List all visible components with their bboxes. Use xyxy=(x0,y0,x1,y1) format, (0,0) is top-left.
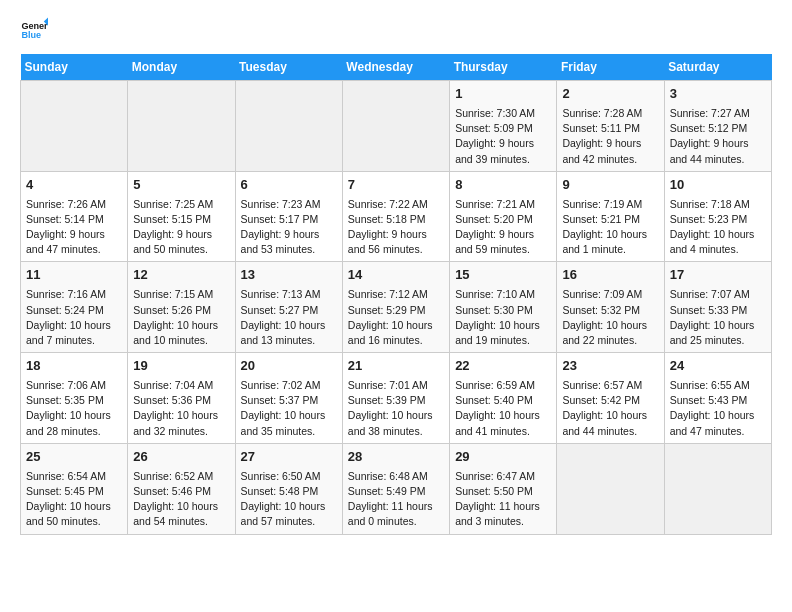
day-info: Sunrise: 7:09 AM Sunset: 5:32 PM Dayligh… xyxy=(562,287,658,348)
calendar-cell: 7Sunrise: 7:22 AM Sunset: 5:18 PM Daylig… xyxy=(342,171,449,262)
calendar-cell xyxy=(664,443,771,534)
day-number: 3 xyxy=(670,85,766,104)
header-thursday: Thursday xyxy=(450,54,557,81)
day-number: 2 xyxy=(562,85,658,104)
day-number: 27 xyxy=(241,448,337,467)
calendar-cell: 9Sunrise: 7:19 AM Sunset: 5:21 PM Daylig… xyxy=(557,171,664,262)
day-number: 20 xyxy=(241,357,337,376)
calendar-cell: 16Sunrise: 7:09 AM Sunset: 5:32 PM Dayli… xyxy=(557,262,664,353)
day-info: Sunrise: 7:28 AM Sunset: 5:11 PM Dayligh… xyxy=(562,106,658,167)
day-number: 13 xyxy=(241,266,337,285)
day-number: 8 xyxy=(455,176,551,195)
day-number: 17 xyxy=(670,266,766,285)
day-info: Sunrise: 6:50 AM Sunset: 5:48 PM Dayligh… xyxy=(241,469,337,530)
day-info: Sunrise: 7:12 AM Sunset: 5:29 PM Dayligh… xyxy=(348,287,444,348)
logo: General Blue xyxy=(20,16,52,44)
day-info: Sunrise: 6:55 AM Sunset: 5:43 PM Dayligh… xyxy=(670,378,766,439)
day-number: 11 xyxy=(26,266,122,285)
page-header: General Blue xyxy=(20,16,772,44)
day-info: Sunrise: 7:07 AM Sunset: 5:33 PM Dayligh… xyxy=(670,287,766,348)
day-number: 26 xyxy=(133,448,229,467)
day-info: Sunrise: 6:57 AM Sunset: 5:42 PM Dayligh… xyxy=(562,378,658,439)
day-info: Sunrise: 7:02 AM Sunset: 5:37 PM Dayligh… xyxy=(241,378,337,439)
day-info: Sunrise: 7:16 AM Sunset: 5:24 PM Dayligh… xyxy=(26,287,122,348)
day-number: 9 xyxy=(562,176,658,195)
day-info: Sunrise: 7:19 AM Sunset: 5:21 PM Dayligh… xyxy=(562,197,658,258)
calendar-cell: 2Sunrise: 7:28 AM Sunset: 5:11 PM Daylig… xyxy=(557,81,664,172)
calendar-cell: 11Sunrise: 7:16 AM Sunset: 5:24 PM Dayli… xyxy=(21,262,128,353)
calendar-cell xyxy=(21,81,128,172)
calendar-cell xyxy=(342,81,449,172)
day-number: 10 xyxy=(670,176,766,195)
header-wednesday: Wednesday xyxy=(342,54,449,81)
calendar-cell: 1Sunrise: 7:30 AM Sunset: 5:09 PM Daylig… xyxy=(450,81,557,172)
header-friday: Friday xyxy=(557,54,664,81)
calendar-cell: 20Sunrise: 7:02 AM Sunset: 5:37 PM Dayli… xyxy=(235,353,342,444)
day-info: Sunrise: 7:22 AM Sunset: 5:18 PM Dayligh… xyxy=(348,197,444,258)
header-tuesday: Tuesday xyxy=(235,54,342,81)
calendar-cell: 24Sunrise: 6:55 AM Sunset: 5:43 PM Dayli… xyxy=(664,353,771,444)
calendar-cell: 26Sunrise: 6:52 AM Sunset: 5:46 PM Dayli… xyxy=(128,443,235,534)
logo-icon: General Blue xyxy=(20,16,48,44)
day-info: Sunrise: 7:13 AM Sunset: 5:27 PM Dayligh… xyxy=(241,287,337,348)
calendar-week-row: 1Sunrise: 7:30 AM Sunset: 5:09 PM Daylig… xyxy=(21,81,772,172)
day-info: Sunrise: 7:01 AM Sunset: 5:39 PM Dayligh… xyxy=(348,378,444,439)
calendar-cell: 28Sunrise: 6:48 AM Sunset: 5:49 PM Dayli… xyxy=(342,443,449,534)
calendar-week-row: 4Sunrise: 7:26 AM Sunset: 5:14 PM Daylig… xyxy=(21,171,772,262)
day-number: 15 xyxy=(455,266,551,285)
calendar-cell xyxy=(557,443,664,534)
day-number: 25 xyxy=(26,448,122,467)
day-number: 21 xyxy=(348,357,444,376)
day-info: Sunrise: 6:47 AM Sunset: 5:50 PM Dayligh… xyxy=(455,469,551,530)
day-number: 12 xyxy=(133,266,229,285)
svg-text:Blue: Blue xyxy=(21,30,41,40)
header-saturday: Saturday xyxy=(664,54,771,81)
day-info: Sunrise: 7:30 AM Sunset: 5:09 PM Dayligh… xyxy=(455,106,551,167)
calendar-week-row: 11Sunrise: 7:16 AM Sunset: 5:24 PM Dayli… xyxy=(21,262,772,353)
calendar-cell xyxy=(128,81,235,172)
day-number: 28 xyxy=(348,448,444,467)
day-info: Sunrise: 6:48 AM Sunset: 5:49 PM Dayligh… xyxy=(348,469,444,530)
calendar-cell: 5Sunrise: 7:25 AM Sunset: 5:15 PM Daylig… xyxy=(128,171,235,262)
day-info: Sunrise: 7:25 AM Sunset: 5:15 PM Dayligh… xyxy=(133,197,229,258)
day-info: Sunrise: 7:06 AM Sunset: 5:35 PM Dayligh… xyxy=(26,378,122,439)
day-info: Sunrise: 7:27 AM Sunset: 5:12 PM Dayligh… xyxy=(670,106,766,167)
day-number: 29 xyxy=(455,448,551,467)
calendar-cell: 29Sunrise: 6:47 AM Sunset: 5:50 PM Dayli… xyxy=(450,443,557,534)
day-info: Sunrise: 6:52 AM Sunset: 5:46 PM Dayligh… xyxy=(133,469,229,530)
calendar-table: SundayMondayTuesdayWednesdayThursdayFrid… xyxy=(20,54,772,535)
calendar-cell: 18Sunrise: 7:06 AM Sunset: 5:35 PM Dayli… xyxy=(21,353,128,444)
day-info: Sunrise: 7:18 AM Sunset: 5:23 PM Dayligh… xyxy=(670,197,766,258)
calendar-cell: 8Sunrise: 7:21 AM Sunset: 5:20 PM Daylig… xyxy=(450,171,557,262)
calendar-cell: 13Sunrise: 7:13 AM Sunset: 5:27 PM Dayli… xyxy=(235,262,342,353)
day-info: Sunrise: 6:59 AM Sunset: 5:40 PM Dayligh… xyxy=(455,378,551,439)
day-number: 19 xyxy=(133,357,229,376)
day-number: 1 xyxy=(455,85,551,104)
day-info: Sunrise: 7:04 AM Sunset: 5:36 PM Dayligh… xyxy=(133,378,229,439)
calendar-cell: 19Sunrise: 7:04 AM Sunset: 5:36 PM Dayli… xyxy=(128,353,235,444)
day-info: Sunrise: 7:21 AM Sunset: 5:20 PM Dayligh… xyxy=(455,197,551,258)
day-number: 4 xyxy=(26,176,122,195)
calendar-cell: 14Sunrise: 7:12 AM Sunset: 5:29 PM Dayli… xyxy=(342,262,449,353)
day-info: Sunrise: 7:10 AM Sunset: 5:30 PM Dayligh… xyxy=(455,287,551,348)
calendar-cell: 4Sunrise: 7:26 AM Sunset: 5:14 PM Daylig… xyxy=(21,171,128,262)
calendar-cell: 3Sunrise: 7:27 AM Sunset: 5:12 PM Daylig… xyxy=(664,81,771,172)
day-number: 14 xyxy=(348,266,444,285)
calendar-cell: 21Sunrise: 7:01 AM Sunset: 5:39 PM Dayli… xyxy=(342,353,449,444)
svg-text:General: General xyxy=(21,21,48,31)
header-monday: Monday xyxy=(128,54,235,81)
calendar-week-row: 18Sunrise: 7:06 AM Sunset: 5:35 PM Dayli… xyxy=(21,353,772,444)
day-number: 5 xyxy=(133,176,229,195)
calendar-cell: 22Sunrise: 6:59 AM Sunset: 5:40 PM Dayli… xyxy=(450,353,557,444)
day-info: Sunrise: 7:15 AM Sunset: 5:26 PM Dayligh… xyxy=(133,287,229,348)
calendar-cell: 27Sunrise: 6:50 AM Sunset: 5:48 PM Dayli… xyxy=(235,443,342,534)
calendar-cell: 15Sunrise: 7:10 AM Sunset: 5:30 PM Dayli… xyxy=(450,262,557,353)
calendar-cell: 23Sunrise: 6:57 AM Sunset: 5:42 PM Dayli… xyxy=(557,353,664,444)
day-number: 16 xyxy=(562,266,658,285)
day-number: 22 xyxy=(455,357,551,376)
day-info: Sunrise: 7:26 AM Sunset: 5:14 PM Dayligh… xyxy=(26,197,122,258)
calendar-cell: 17Sunrise: 7:07 AM Sunset: 5:33 PM Dayli… xyxy=(664,262,771,353)
calendar-cell: 12Sunrise: 7:15 AM Sunset: 5:26 PM Dayli… xyxy=(128,262,235,353)
day-info: Sunrise: 6:54 AM Sunset: 5:45 PM Dayligh… xyxy=(26,469,122,530)
header-sunday: Sunday xyxy=(21,54,128,81)
